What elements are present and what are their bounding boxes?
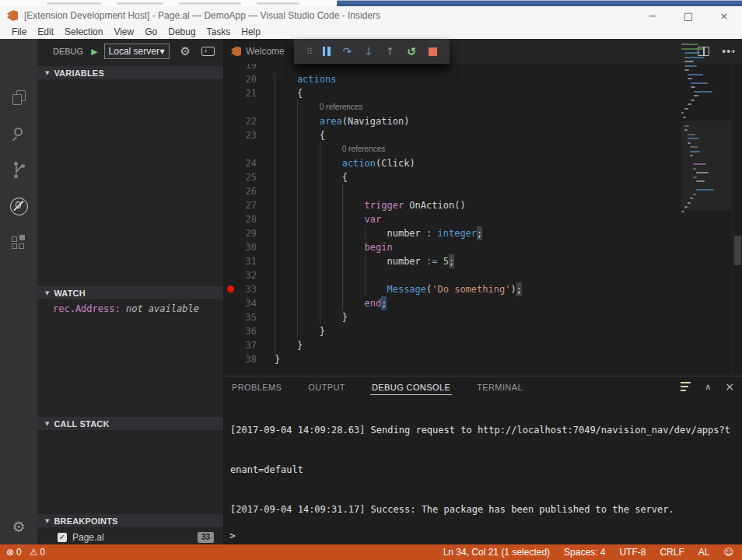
debug-icon[interactable] <box>0 189 37 223</box>
menu-selection[interactable]: Selection <box>59 26 108 37</box>
section-variables[interactable]: ▼ VARIABLES <box>37 66 223 79</box>
indentation[interactable]: Spaces: 4 <box>564 547 605 558</box>
gutter[interactable] <box>224 72 236 86</box>
code-line[interactable]: 19 <box>224 64 732 72</box>
gutter[interactable] <box>224 114 236 128</box>
maximize-button[interactable]: □ <box>670 10 706 22</box>
close-button[interactable]: × <box>706 10 742 22</box>
section-breakpoints[interactable]: ▼ BREAKPOINTS <box>37 514 223 527</box>
restart-icon[interactable]: ↺ <box>407 46 416 57</box>
menu-edit[interactable]: Edit <box>32 26 59 37</box>
gutter[interactable] <box>224 268 236 282</box>
gutter[interactable] <box>224 170 236 184</box>
codelens-references[interactable]: 0 references <box>342 142 386 156</box>
codelens-row[interactable]: 0 references <box>224 142 732 156</box>
code-line[interactable]: 36} <box>224 324 732 338</box>
language-mode[interactable]: AL <box>698 547 710 558</box>
code-line[interactable]: 24action(Click) <box>224 156 732 170</box>
encoding[interactable]: UTF-8 <box>619 547 646 558</box>
cursor-position[interactable]: Ln 34, Col 21 (1 selected) <box>443 547 550 558</box>
code-line[interactable]: 29number : integer; <box>224 226 732 240</box>
stop-icon[interactable] <box>429 47 437 56</box>
code-line[interactable]: 28var <box>224 212 732 226</box>
gutter[interactable] <box>224 128 236 142</box>
start-debug-icon[interactable]: ▶ <box>91 47 97 57</box>
gutter[interactable] <box>224 338 236 352</box>
menu-go[interactable]: Go <box>139 26 163 37</box>
gutter[interactable] <box>224 352 236 366</box>
close-panel-icon[interactable]: × <box>725 380 734 393</box>
code-line[interactable]: 27trigger OnAction() <box>224 198 732 212</box>
watch-expression[interactable]: rec.Address: not available <box>53 303 199 314</box>
pause-icon[interactable] <box>323 47 331 56</box>
gutter[interactable] <box>224 198 236 212</box>
minimize-button[interactable]: − <box>635 10 670 22</box>
tab-debug-console[interactable]: DEBUG CONSOLE <box>370 379 452 395</box>
gutter[interactable] <box>224 240 236 254</box>
code-line[interactable]: 23{ <box>224 128 732 142</box>
debug-config-select[interactable]: Local server ▼ <box>104 44 170 59</box>
code-line[interactable]: 32 <box>224 268 732 282</box>
code-line[interactable]: 38} <box>224 352 732 366</box>
maximize-panel-icon[interactable]: ∧ <box>705 382 711 392</box>
tab-terminal[interactable]: TERMINAL <box>475 379 524 394</box>
code-line[interactable]: 26 <box>224 184 732 198</box>
gutter[interactable] <box>224 184 236 198</box>
search-icon[interactable] <box>0 117 37 151</box>
scrollbar-thumb[interactable] <box>734 236 741 265</box>
code-line[interactable]: 20actions <box>224 72 732 86</box>
configure-gear-icon[interactable]: ⚙ <box>180 44 191 58</box>
gutter[interactable] <box>224 324 236 338</box>
console-input-prompt[interactable]: > <box>229 530 236 541</box>
codelens-row[interactable]: 0 references <box>224 100 732 114</box>
code-line[interactable]: 31number := 5; <box>224 254 732 268</box>
breakpoint-list-item[interactable]: ✓ Page.al 33 <box>37 530 223 544</box>
clear-console-icon[interactable] <box>681 382 691 391</box>
gutter[interactable] <box>224 64 236 72</box>
explorer-icon[interactable] <box>0 80 37 114</box>
code-line[interactable]: 21{ <box>224 86 732 100</box>
code-line[interactable]: 34end; <box>224 296 732 310</box>
breakpoint-dot[interactable] <box>224 282 236 296</box>
menu-help[interactable]: Help <box>236 26 266 37</box>
code-line[interactable]: 22area(Navigation) <box>224 114 732 128</box>
code-editor[interactable]: 1920actions21{0 references22area(Navigat… <box>224 64 732 376</box>
gutter[interactable] <box>224 86 236 100</box>
menu-tasks[interactable]: Tasks <box>201 26 236 37</box>
drag-grip-icon[interactable]: ⠿ <box>306 47 310 57</box>
section-call-stack[interactable]: ▼ CALL STACK <box>37 417 223 430</box>
gutter[interactable] <box>224 212 236 226</box>
gutter[interactable] <box>224 100 236 114</box>
breakpoint-checkbox[interactable]: ✓ <box>58 533 67 542</box>
eol-sequence[interactable]: CRLF <box>660 547 684 558</box>
code-line[interactable]: 35} <box>224 310 732 324</box>
feedback-smiley-icon[interactable]: ☺ <box>723 547 733 558</box>
settings-gear-icon[interactable]: ⚙ <box>0 509 37 544</box>
gutter[interactable] <box>224 296 236 310</box>
menu-view[interactable]: View <box>108 26 139 37</box>
gutter[interactable] <box>224 226 236 240</box>
gutter[interactable] <box>224 310 236 324</box>
menu-debug[interactable]: Debug <box>163 26 201 37</box>
codelens-references[interactable]: 0 references <box>320 100 363 114</box>
menu-file[interactable]: File <box>6 26 32 37</box>
gutter[interactable] <box>224 142 236 156</box>
gutter[interactable] <box>224 254 236 268</box>
code-line[interactable]: 37} <box>224 338 732 352</box>
debug-console-toggle-icon[interactable]: › <box>201 47 215 56</box>
code-line[interactable]: 30begin <box>224 240 732 254</box>
step-out-icon[interactable]: ↑ <box>386 46 395 57</box>
minimap[interactable] <box>681 44 731 210</box>
code-line[interactable]: 33Message('Do something'); <box>224 282 732 296</box>
gutter[interactable] <box>224 156 236 170</box>
section-watch[interactable]: ▼ WATCH <box>37 286 223 299</box>
errors-indicator[interactable]: ⊗ 0 <box>6 547 22 558</box>
tab-problems[interactable]: PROBLEMS <box>230 379 283 394</box>
extensions-icon[interactable] <box>0 226 37 261</box>
source-control-icon[interactable] <box>0 152 37 187</box>
tab-welcome[interactable]: Welcome <box>224 39 294 64</box>
code-line[interactable]: 25{ <box>224 170 732 184</box>
step-into-icon[interactable]: ↓ <box>364 46 373 57</box>
warnings-indicator[interactable]: ⚠ 0 <box>30 547 45 558</box>
tab-output[interactable]: OUTPUT <box>306 379 347 394</box>
